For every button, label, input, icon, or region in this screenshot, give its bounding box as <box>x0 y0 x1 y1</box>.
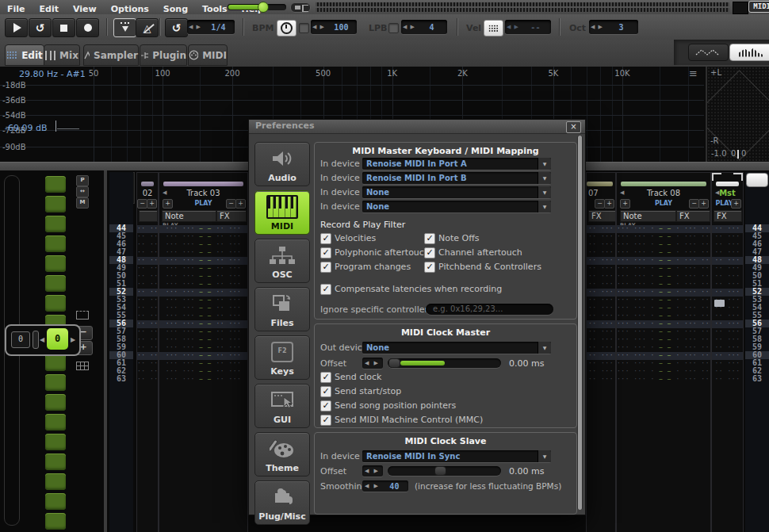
pattern-row[interactable]: ··· ··· − − ·· ··· <box>159 360 247 368</box>
matrix-cell[interactable] <box>45 513 66 530</box>
chevron-down-icon[interactable]: ▼ <box>538 450 551 462</box>
out-device-dropdown[interactable]: None▼ <box>362 342 551 354</box>
decrement-icon[interactable]: ◀ <box>362 483 371 489</box>
pattern-row[interactable]: ·· ·· <box>137 352 158 360</box>
sidebar-item-keys[interactable]: F2Keys <box>254 335 310 380</box>
pattern-row[interactable]: ··· ··· − − ·· ··· <box>159 273 247 281</box>
pattern-follow-button[interactable] <box>113 18 136 37</box>
pattern-row[interactable]: ·· ··· <box>712 352 743 360</box>
loop-block-button[interactable]: ↺ <box>165 18 188 37</box>
note-column-header[interactable]: Note <box>620 210 676 222</box>
matrix-pattern-button[interactable]: P <box>76 175 89 186</box>
track-name[interactable]: ◀Track 03 <box>159 188 247 198</box>
add-column-button[interactable]: + <box>731 199 741 209</box>
track-name[interactable]: ◀Mst <box>712 188 743 198</box>
matrix-cell[interactable] <box>45 216 66 232</box>
add-column-button[interactable]: + <box>604 199 614 209</box>
pattern-row[interactable]: ··· ··· · − − · ··· ··· <box>617 376 710 384</box>
increment-icon[interactable]: ▶ <box>512 24 519 30</box>
matrix-cell[interactable] <box>45 493 66 510</box>
track-03[interactable]: ◀Track 03 + PLAY − + Note FX PLAY ··· ··… <box>159 172 248 532</box>
pattern-row[interactable]: ·· ··· <box>587 297 615 304</box>
pattern-row[interactable]: ·· ·· <box>137 376 158 384</box>
pattern-row[interactable]: ··· ··· · − − · ··· ··· <box>617 281 710 289</box>
chevron-down-icon[interactable]: ▼ <box>538 201 551 212</box>
pattern-row[interactable]: ·· ··· <box>712 336 743 344</box>
collapse-icon[interactable]: ◀ <box>163 188 166 198</box>
pattern-row[interactable]: ·· ··· <box>587 368 615 376</box>
pattern-row[interactable]: ·· ··· <box>712 257 743 265</box>
track-08[interactable]: ◀Track 08 + PLAY − + Note FX PLAY ··· ··… <box>616 172 711 532</box>
pattern-row[interactable]: ·· ·· <box>137 336 158 344</box>
pattern-row[interactable]: ··· ··· · − − · ··· ··· <box>617 336 710 344</box>
pattern-row[interactable]: ··· ··· − − ·· ··· <box>159 241 247 249</box>
pattern-row[interactable]: ··· ··· · − − · ··· ··· <box>617 297 710 304</box>
fx-column-header[interactable]: FX <box>588 210 616 222</box>
menu-song[interactable]: Song <box>156 2 195 14</box>
volume-handle[interactable] <box>258 2 269 13</box>
decrement-icon[interactable]: ◀ <box>362 360 371 366</box>
track-02[interactable]: 02 − + ·· ···· ···· ···· ···· ···· ···· … <box>136 172 159 532</box>
checkbox-checked[interactable]: ✓ <box>320 386 331 397</box>
matrix-grid-icon[interactable] <box>76 362 89 370</box>
pattern-row[interactable]: ·· ·· <box>137 241 158 249</box>
pattern-row[interactable]: ··· ··· − − ·· ··· <box>159 368 247 376</box>
in-device-dropdown[interactable]: None▼ <box>362 201 551 212</box>
s equence-pos-box[interactable]: 0 <box>11 331 30 348</box>
matrix-mute-button[interactable]: M <box>76 197 89 209</box>
pattern-row[interactable]: ·· ··· <box>587 304 615 312</box>
track-07[interactable]: 07 − + FX ·· ····· ····· ····· ····· ···… <box>586 172 616 532</box>
pattern-row[interactable]: ··· ··· · − − · ··· ··· <box>617 344 710 352</box>
pattern-row[interactable]: ··· ··· − − ·· ··· <box>159 312 247 320</box>
pattern-row[interactable]: ··· ··· · − − · ··· ··· <box>617 304 710 312</box>
increment-icon[interactable]: ▶ <box>371 360 380 366</box>
pattern-row[interactable]: ··· ··· − − ·· ··· <box>159 344 247 352</box>
pattern-row[interactable]: ··· ··· · − − · ··· ··· <box>617 225 710 233</box>
track-colorbar[interactable] <box>716 182 739 186</box>
pattern-row[interactable]: ··· ··· · − − · ··· ··· <box>617 289 710 297</box>
pattern-row[interactable]: ·· ··· <box>712 360 743 368</box>
record-button[interactable] <box>76 18 99 37</box>
offset-stepper[interactable]: ◀▶ <box>362 358 383 369</box>
sidebar-item-files[interactable]: Files <box>254 287 310 331</box>
checkbox-checked[interactable]: ✓ <box>424 262 435 273</box>
dialog-scrollbar[interactable] <box>577 136 583 510</box>
matrix-cell[interactable] <box>45 354 66 371</box>
pattern-row[interactable]: ·· ··· <box>587 312 615 320</box>
fx-column-header[interactable]: FX <box>216 210 247 222</box>
stereo-goniometer[interactable]: +L -R -1.0 0 0 <box>706 67 769 162</box>
sidebar-item-theme[interactable]: Theme <box>254 432 310 477</box>
sidebar-item-audio[interactable]: Audio <box>254 142 310 186</box>
track-colorbar[interactable] <box>141 182 154 186</box>
increment-icon[interactable]: ▶ <box>371 468 380 474</box>
pattern-row[interactable]: ·· ·· <box>137 289 158 297</box>
tab-midi[interactable]: MIDI <box>188 44 228 66</box>
chevron-down-icon[interactable]: ▼ <box>538 342 551 354</box>
pattern-row[interactable]: ·· ·· <box>137 257 158 265</box>
pattern-row[interactable]: ··· ··· · − − · ··· ··· <box>617 257 710 265</box>
pattern-row[interactable]: ·· ·· <box>137 320 158 328</box>
pattern-row[interactable]: ·· ··· <box>587 257 615 265</box>
edit-cursor[interactable] <box>714 300 725 307</box>
velocity-stepper[interactable]: ◀ ▶ -- <box>505 20 551 34</box>
offset-slider[interactable] <box>388 358 501 368</box>
checkbox-checked[interactable]: ✓ <box>320 415 331 426</box>
pattern-row[interactable]: ·· ··· <box>587 344 615 352</box>
increment-icon[interactable]: ▶ <box>596 24 603 30</box>
decrement-icon[interactable]: ◀ <box>362 468 371 474</box>
pattern-row[interactable]: ··· ··· − − ·· ··· <box>159 328 247 336</box>
pattern-row[interactable]: ·· ··· <box>712 281 743 289</box>
matrix-cell[interactable] <box>45 473 66 490</box>
matrix-cell[interactable] <box>45 454 66 470</box>
pattern-row[interactable]: ··· ··· · − − · ··· ··· <box>617 233 710 241</box>
menu-options[interactable]: Options <box>104 2 156 14</box>
checkbox-checked[interactable]: ✓ <box>320 233 331 244</box>
sidebar-item-midi[interactable]: MIDI <box>254 190 310 235</box>
pattern-row[interactable]: ··· ··· · − − · ··· ··· <box>617 265 710 273</box>
master-volume-slider[interactable] <box>228 4 286 10</box>
decrement-icon[interactable]: ◀ <box>40 336 44 343</box>
matrix-cell[interactable] <box>45 434 66 450</box>
pattern-row[interactable]: ·· ··· <box>587 233 615 241</box>
pattern-row[interactable]: ··· ··· · − − · ··· ··· <box>617 249 710 257</box>
matrix-cell[interactable] <box>45 196 66 212</box>
